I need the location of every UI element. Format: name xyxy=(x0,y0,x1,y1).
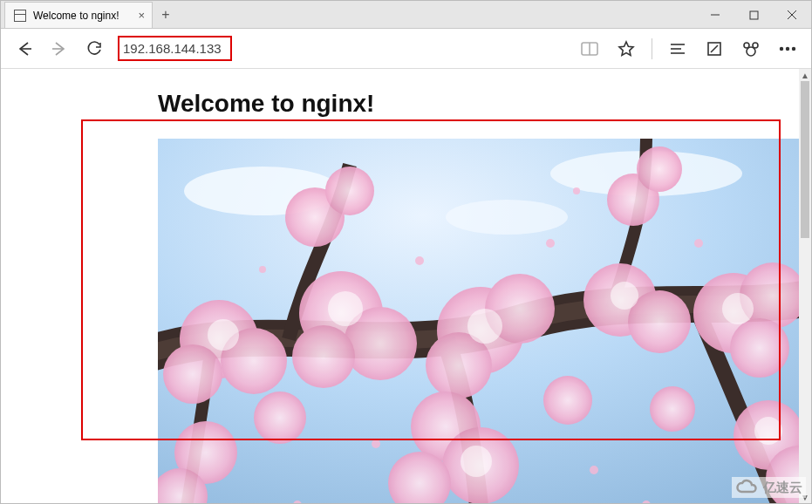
minimize-button[interactable] xyxy=(696,2,734,28)
notes-button[interactable] xyxy=(698,32,731,65)
more-button[interactable] xyxy=(771,32,804,65)
titlebar: Welcome to nginx! × + xyxy=(1,1,811,29)
share-button[interactable] xyxy=(734,32,768,65)
svg-point-16 xyxy=(787,47,789,50)
svg-point-50 xyxy=(208,319,239,351)
svg-point-61 xyxy=(694,239,703,248)
page-heading: Welcome to nginx! xyxy=(158,90,799,118)
maximize-button[interactable] xyxy=(734,2,773,28)
separator xyxy=(652,38,652,59)
url-text: 192.168.144.133 xyxy=(123,41,222,56)
svg-point-14 xyxy=(744,43,749,48)
svg-point-49 xyxy=(650,386,695,432)
svg-point-62 xyxy=(372,439,380,448)
forward-button[interactable] xyxy=(43,32,76,65)
close-window-button[interactable] xyxy=(773,2,811,28)
watermark: 亿速云 xyxy=(732,477,806,498)
svg-point-39 xyxy=(637,146,682,192)
svg-point-56 xyxy=(754,417,782,445)
page-image xyxy=(158,139,799,503)
svg-point-48 xyxy=(543,376,592,425)
refresh-button[interactable] xyxy=(78,32,111,65)
vertical-scrollbar[interactable]: ▲ ▼ xyxy=(799,69,811,503)
close-tab-icon[interactable]: × xyxy=(138,9,145,22)
browser-tab[interactable]: Welcome to nginx! × xyxy=(4,2,153,28)
svg-point-42 xyxy=(730,318,789,378)
svg-point-57 xyxy=(546,239,555,248)
scroll-up-icon[interactable]: ▲ xyxy=(799,69,811,81)
new-tab-button[interactable]: + xyxy=(153,2,179,28)
reading-view-button[interactable] xyxy=(573,32,606,65)
svg-point-58 xyxy=(573,187,580,194)
svg-point-52 xyxy=(467,309,502,344)
svg-point-54 xyxy=(722,293,754,324)
watermark-text: 亿速云 xyxy=(763,480,802,496)
svg-point-53 xyxy=(611,282,638,310)
svg-point-29 xyxy=(325,167,374,215)
favorites-button[interactable] xyxy=(610,32,643,65)
window-controls xyxy=(696,2,811,28)
address-bar[interactable]: 192.168.144.133 xyxy=(113,34,571,64)
svg-point-60 xyxy=(259,266,266,273)
svg-point-51 xyxy=(328,291,363,326)
page-content: Welcome to nginx! xyxy=(1,69,799,503)
svg-point-55 xyxy=(461,446,492,477)
svg-point-17 xyxy=(793,47,795,50)
svg-point-21 xyxy=(446,200,568,235)
svg-point-47 xyxy=(254,392,306,444)
url-highlight-annotation: 192.168.144.133 xyxy=(118,36,232,61)
svg-point-63 xyxy=(590,466,598,474)
svg-point-59 xyxy=(415,256,424,265)
svg-point-12 xyxy=(747,47,755,56)
scroll-thumb[interactable] xyxy=(801,81,809,238)
page-favicon-icon xyxy=(14,10,26,22)
back-button[interactable] xyxy=(8,32,41,65)
svg-point-24 xyxy=(163,344,222,404)
svg-rect-1 xyxy=(750,11,758,19)
svg-point-15 xyxy=(781,47,783,50)
tab-title: Welcome to nginx! xyxy=(33,10,119,22)
cloud-icon xyxy=(735,479,758,496)
toolbar: 192.168.144.133 xyxy=(1,29,811,69)
svg-point-13 xyxy=(753,43,758,48)
svg-point-27 xyxy=(292,325,355,388)
hub-button[interactable] xyxy=(661,32,694,65)
